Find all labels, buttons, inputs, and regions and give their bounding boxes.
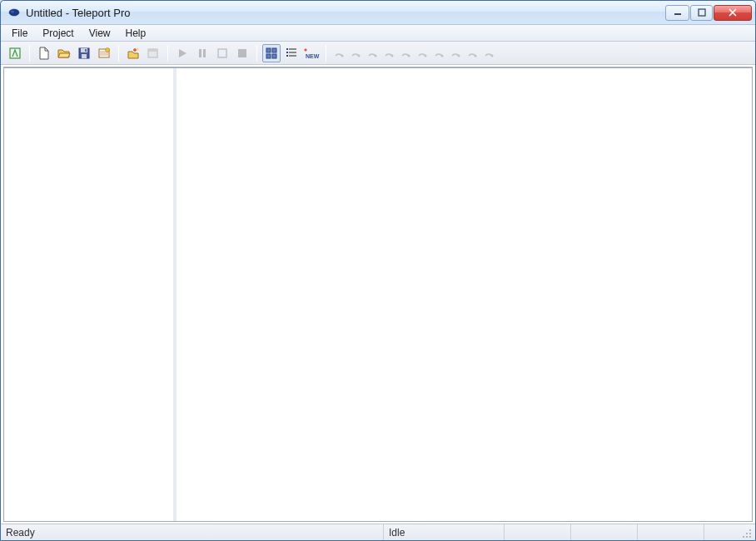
svg-point-41 <box>749 533 751 534</box>
small-icons-button[interactable] <box>282 44 301 62</box>
thread-idle-icon <box>383 47 395 59</box>
thread-idle-icon <box>416 47 428 59</box>
svg-rect-24 <box>286 52 288 53</box>
svg-point-34 <box>425 54 427 57</box>
svg-rect-20 <box>266 54 271 58</box>
toolbar-separator <box>326 45 326 62</box>
properties-icon <box>97 47 111 60</box>
properties-button[interactable] <box>95 44 113 62</box>
resize-grip[interactable] <box>740 527 752 539</box>
svg-rect-21 <box>272 54 276 58</box>
svg-rect-17 <box>238 49 246 57</box>
svg-point-44 <box>749 536 751 538</box>
thread-indicator-10 <box>481 46 496 61</box>
tree-pane[interactable] <box>3 67 173 522</box>
svg-rect-18 <box>266 48 271 52</box>
svg-rect-16 <box>218 49 226 57</box>
svg-point-11 <box>137 47 139 50</box>
thread-idle-icon <box>350 47 361 59</box>
svg-point-32 <box>391 54 394 57</box>
svg-point-10 <box>106 47 110 52</box>
titlebar[interactable]: Untitled - Teleport Pro <box>1 1 755 25</box>
svg-rect-7 <box>82 54 87 58</box>
svg-rect-23 <box>289 48 296 50</box>
svg-point-35 <box>441 54 444 57</box>
large-icons-icon <box>265 47 278 60</box>
toolbar: NEW <box>1 42 755 65</box>
minimize-button[interactable] <box>665 5 689 21</box>
pause-button <box>193 44 211 62</box>
wizard-button[interactable] <box>6 44 24 62</box>
svg-point-38 <box>491 54 494 57</box>
svg-point-33 <box>408 54 410 57</box>
pause-icon <box>196 47 209 60</box>
svg-rect-13 <box>148 49 157 52</box>
save-icon <box>77 47 91 60</box>
svg-point-37 <box>475 54 477 57</box>
menu-help[interactable]: Help <box>118 26 154 41</box>
open-button[interactable] <box>55 44 73 62</box>
svg-rect-3 <box>699 9 705 16</box>
close-button[interactable] <box>714 5 752 21</box>
new-address-button[interactable] <box>124 44 142 62</box>
update-icon: NEW <box>303 47 320 60</box>
svg-rect-8 <box>85 49 87 52</box>
toolbar-separator <box>29 45 30 62</box>
thread-indicator-1 <box>331 46 346 61</box>
svg-point-40 <box>746 533 748 534</box>
maximize-button[interactable] <box>690 5 713 21</box>
thread-indicator-8 <box>448 46 463 61</box>
svg-point-30 <box>358 54 361 57</box>
status-grip-cell <box>704 524 755 540</box>
app-window: Untitled - Teleport Pro File Project Vie… <box>0 0 756 541</box>
svg-point-29 <box>341 54 344 57</box>
new-address-icon <box>127 47 140 60</box>
svg-rect-2 <box>674 13 681 15</box>
play-icon <box>176 47 189 60</box>
svg-point-39 <box>749 529 751 531</box>
toolbar-separator <box>167 45 168 62</box>
abort-browser-icon <box>147 47 160 60</box>
open-folder-icon <box>57 47 71 60</box>
thread-indicator-6 <box>415 46 430 61</box>
thread-idle-icon <box>366 47 378 59</box>
abort-button <box>233 44 251 62</box>
thread-idle-icon <box>433 47 445 59</box>
svg-point-36 <box>458 54 460 57</box>
stop-button <box>213 44 231 62</box>
list-pane[interactable] <box>177 67 753 522</box>
menu-view[interactable]: View <box>82 26 118 41</box>
svg-rect-25 <box>289 52 296 53</box>
thread-idle-icon <box>450 47 461 59</box>
svg-rect-19 <box>272 48 276 52</box>
thread-indicator-4 <box>381 46 396 61</box>
stop-icon <box>216 47 229 60</box>
list-icon <box>285 47 298 60</box>
content-area <box>3 67 753 522</box>
save-button[interactable] <box>75 44 93 62</box>
menu-file[interactable]: File <box>4 26 35 41</box>
window-title: Untitled - Teleport Pro <box>26 7 665 19</box>
svg-point-31 <box>375 54 377 57</box>
statusbar: Ready Idle <box>1 524 755 540</box>
new-button[interactable] <box>35 44 53 62</box>
thread-idle-icon <box>333 47 345 59</box>
svg-point-0 <box>9 9 19 16</box>
status-cell-4 <box>571 524 638 540</box>
abort-icon <box>236 47 249 60</box>
svg-point-42 <box>743 536 744 538</box>
thread-indicator-2 <box>348 46 363 61</box>
svg-point-43 <box>746 536 748 538</box>
toolbar-separator <box>118 45 119 62</box>
large-icons-button[interactable] <box>262 44 281 62</box>
thread-idle-icon <box>466 47 478 59</box>
thread-indicator-7 <box>431 46 446 61</box>
app-icon <box>7 6 21 19</box>
svg-rect-15 <box>203 49 206 57</box>
status-idle: Idle <box>384 524 505 540</box>
svg-rect-27 <box>289 55 296 57</box>
update-button[interactable]: NEW <box>302 44 321 62</box>
abort-browser-button <box>144 44 162 62</box>
svg-rect-22 <box>286 48 288 50</box>
menu-project[interactable]: Project <box>35 26 81 41</box>
